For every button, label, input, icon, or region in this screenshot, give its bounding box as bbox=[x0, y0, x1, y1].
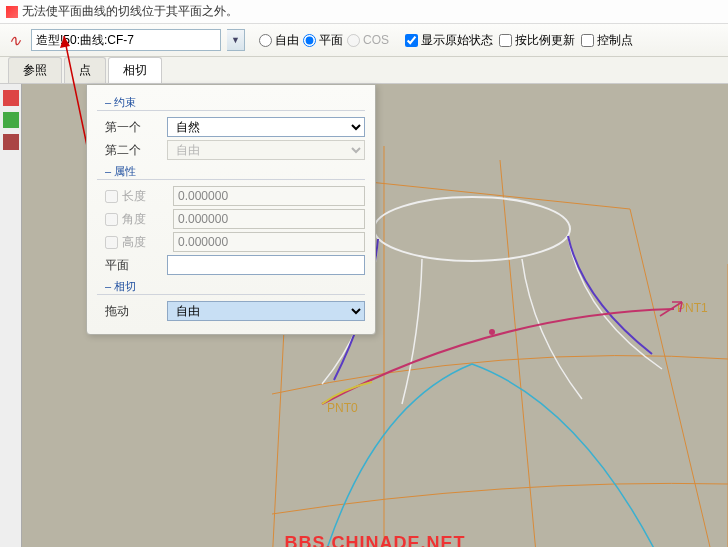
check-control-points[interactable]: 控制点 bbox=[581, 32, 633, 49]
drag-label: 拖动 bbox=[105, 303, 161, 320]
radio-free[interactable]: 自由 bbox=[259, 32, 299, 49]
tab-tangent[interactable]: 相切 bbox=[108, 57, 162, 83]
tab-reference[interactable]: 参照 bbox=[8, 57, 62, 83]
length-field bbox=[173, 186, 365, 206]
viewport-3d[interactable]: PNT0 PNT1 约束 第一个 自然 第二个 bbox=[22, 84, 728, 547]
length-checkbox: 长度 bbox=[105, 188, 167, 205]
watermark: BBS.CHINADE.NET bbox=[284, 533, 465, 547]
svg-point-6 bbox=[489, 329, 495, 335]
radio-free-input[interactable] bbox=[259, 34, 272, 47]
svg-point-5 bbox=[374, 197, 570, 261]
curve-icon: ∿ bbox=[8, 31, 21, 50]
check-update-scale[interactable]: 按比例更新 bbox=[499, 32, 575, 49]
tab-bar: 参照 点 相切 bbox=[0, 57, 728, 84]
radio-plane[interactable]: 平面 bbox=[303, 32, 343, 49]
model-dropdown-button[interactable]: ▼ bbox=[227, 29, 245, 51]
tangent-group-title: 相切 bbox=[97, 279, 365, 295]
svg-line-3 bbox=[630, 209, 714, 547]
angle-field bbox=[173, 209, 365, 229]
left-toolbar bbox=[0, 84, 22, 547]
check-show-original-input[interactable] bbox=[405, 34, 418, 47]
check-control-points-input[interactable] bbox=[581, 34, 594, 47]
angle-checkbox: 角度 bbox=[105, 211, 167, 228]
first-combo[interactable]: 自然 bbox=[167, 117, 365, 137]
pnt0-label: PNT0 bbox=[327, 401, 358, 415]
tool-icon-2[interactable] bbox=[3, 112, 19, 128]
second-combo: 自由 bbox=[167, 140, 365, 160]
workspace: PNT0 PNT1 约束 第一个 自然 第二个 bbox=[0, 84, 728, 547]
display-options: 显示原始状态 按比例更新 控制点 bbox=[405, 32, 633, 49]
tangent-panel: 约束 第一个 自然 第二个 自由 属性 长度 bbox=[86, 84, 376, 335]
curve-type-radios: 自由 平面 COS bbox=[259, 32, 389, 49]
radio-plane-input[interactable] bbox=[303, 34, 316, 47]
plane-label: 平面 bbox=[105, 257, 161, 274]
tool-icon-3[interactable] bbox=[3, 134, 19, 150]
height-checkbox: 高度 bbox=[105, 234, 167, 251]
main-toolbar: ∿ ▼ 自由 平面 COS 显示原始状态 按比例更新 控制点 bbox=[0, 24, 728, 57]
check-show-original[interactable]: 显示原始状态 bbox=[405, 32, 493, 49]
model-reference-input[interactable] bbox=[31, 29, 221, 51]
warning-text: 无法使平面曲线的切线位于其平面之外。 bbox=[22, 3, 238, 20]
warning-bar: 无法使平面曲线的切线位于其平面之外。 bbox=[0, 0, 728, 24]
second-label: 第二个 bbox=[105, 142, 161, 159]
tab-point[interactable]: 点 bbox=[64, 57, 106, 83]
drag-combo[interactable]: 自由 bbox=[167, 301, 365, 321]
radio-cos: COS bbox=[347, 33, 389, 47]
constraint-group-title: 约束 bbox=[97, 95, 365, 111]
plane-field[interactable] bbox=[167, 255, 365, 275]
attr-group-title: 属性 bbox=[97, 164, 365, 180]
warning-icon bbox=[6, 6, 18, 18]
radio-cos-input bbox=[347, 34, 360, 47]
tool-icon-1[interactable] bbox=[3, 90, 19, 106]
height-field bbox=[173, 232, 365, 252]
first-label: 第一个 bbox=[105, 119, 161, 136]
check-update-scale-input[interactable] bbox=[499, 34, 512, 47]
